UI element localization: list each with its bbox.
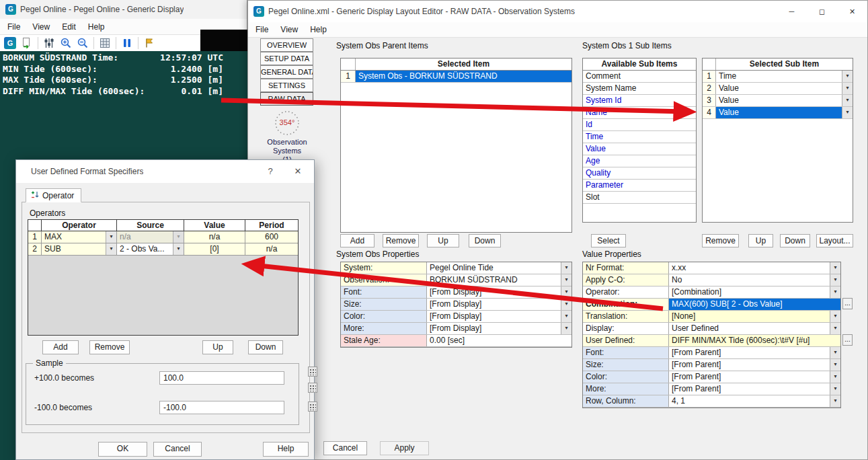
sub-item-dropdown[interactable]: Value ▾ (716, 95, 853, 106)
list-item[interactable]: System Id (583, 95, 696, 107)
chevron-down-icon[interactable]: ▾ (106, 231, 116, 243)
nav-button-general-data[interactable]: GENERAL DATA (260, 65, 313, 79)
cancel-button[interactable]: Cancel (153, 442, 202, 457)
close-icon[interactable]: ✕ (287, 160, 309, 183)
property-dropdown[interactable]: [From Parent]▾ (669, 371, 840, 383)
editor-titlebar[interactable]: G Pegel Online.xml - Generic Display Lay… (248, 1, 867, 22)
zoom-in-icon[interactable] (60, 37, 72, 49)
value-cell[interactable]: [0] (184, 243, 245, 255)
combination-ellipsis-button[interactable]: ... (842, 298, 853, 309)
table-row[interactable]: 4 Value ▾ (703, 107, 853, 119)
menu-view[interactable]: View (274, 22, 304, 37)
property-dropdown[interactable]: [From Display]▾ (427, 286, 571, 298)
chevron-down-icon[interactable]: ▾ (561, 262, 571, 274)
list-item[interactable]: System Name (583, 83, 696, 95)
property-dropdown[interactable]: [None]▾ (669, 311, 840, 322)
property-dropdown[interactable]: [Combination]▾ (669, 286, 840, 298)
select-button[interactable]: Select (591, 234, 626, 247)
splitter-handle[interactable] (308, 401, 317, 412)
nav-button-raw-data[interactable]: RAW DATA (260, 92, 313, 106)
value-cell[interactable]: n/a (184, 231, 245, 243)
sample-positive-input[interactable]: 100.0 (159, 371, 284, 385)
remove-button[interactable]: Remove (702, 234, 739, 247)
property-dropdown[interactable]: [From Parent]▾ (669, 383, 840, 395)
list-item[interactable]: Age (583, 155, 696, 167)
menu-edit[interactable]: Edit (56, 20, 82, 34)
chevron-down-icon[interactable]: ▾ (830, 395, 840, 407)
chevron-down-icon[interactable]: ▾ (830, 347, 840, 358)
property-dropdown[interactable]: No▾ (669, 274, 840, 286)
menu-help[interactable]: Help (82, 20, 111, 34)
operator-row[interactable]: 1 MAX▾ n/a▾ n/a 600 (28, 231, 298, 243)
list-item[interactable]: Value (583, 143, 696, 155)
ok-button[interactable]: OK (98, 442, 147, 457)
nav-button-overview[interactable]: OVERVIEW (260, 38, 313, 52)
up-button[interactable]: Up (748, 234, 773, 247)
chevron-down-icon[interactable]: ▾ (106, 243, 116, 255)
list-item[interactable]: Quality (583, 167, 696, 180)
menu-help[interactable]: Help (304, 22, 333, 37)
list-item[interactable]: Parameter (583, 180, 696, 192)
list-item[interactable]: Id (583, 119, 696, 131)
help-icon[interactable]: ? (260, 160, 281, 183)
close-icon[interactable]: ✕ (837, 1, 867, 22)
up-button[interactable]: Up (427, 234, 459, 247)
chevron-down-icon[interactable]: ▾ (561, 274, 571, 286)
chevron-down-icon[interactable]: ▾ (830, 286, 840, 298)
user-defined-ellipsis-button[interactable]: ... (842, 334, 853, 346)
splitter-handle[interactable] (308, 367, 317, 377)
sub-item-dropdown[interactable]: Time ▾ (716, 71, 853, 82)
list-item[interactable]: Comment (583, 71, 696, 83)
property-dropdown[interactable]: [From Display]▾ (427, 299, 571, 310)
combination-field[interactable]: MAX(600) SUB[ 2 - Obs Value] (669, 299, 840, 310)
maximize-icon[interactable]: ◻ (807, 1, 837, 22)
property-dropdown[interactable]: User Defined▾ (669, 323, 840, 334)
menu-view[interactable]: View (26, 20, 56, 34)
table-row[interactable]: 3 Value ▾ (703, 95, 853, 107)
sample-negative-input[interactable]: -100.0 (159, 401, 284, 414)
chevron-down-icon[interactable]: ▾ (842, 83, 853, 94)
chevron-down-icon[interactable]: ▾ (561, 299, 571, 310)
operator-dropdown[interactable]: MAX▾ (42, 231, 117, 243)
export-report-icon[interactable] (21, 37, 33, 49)
operator-dropdown[interactable]: SUB▾ (42, 243, 117, 255)
list-item[interactable]: Name (583, 107, 696, 119)
down-button[interactable]: Down (248, 340, 283, 354)
property-field[interactable]: 0.00 [sec] (427, 335, 571, 346)
chevron-down-icon[interactable]: ▾ (830, 371, 840, 383)
table-row[interactable]: 2 Value ▾ (703, 83, 853, 95)
list-item[interactable]: Slot (583, 192, 696, 204)
remove-button[interactable]: Remove (89, 340, 130, 354)
menu-file[interactable]: File (1, 20, 26, 34)
pause-icon[interactable] (121, 37, 133, 49)
tag-icon[interactable] (143, 37, 155, 49)
nav-button-settings[interactable]: SETTINGS (260, 79, 313, 92)
operator-row[interactable]: 2 SUB▾ 2 - Obs Va...▾ [0] n/a (28, 243, 298, 256)
property-dropdown[interactable]: x.xx▾ (669, 262, 840, 274)
chevron-down-icon[interactable]: ▾ (561, 311, 571, 322)
main-window-titlebar[interactable]: G Pegel Online - Pegel Online - Generic … (0, 0, 247, 19)
apply-button[interactable]: Apply (380, 441, 429, 455)
zoom-out-icon[interactable] (77, 37, 89, 49)
property-dropdown[interactable]: [From Parent]▾ (669, 359, 840, 371)
period-cell[interactable]: n/a (245, 243, 298, 255)
help-button[interactable]: Help (263, 442, 309, 457)
property-dropdown[interactable]: [From Display]▾ (427, 311, 571, 322)
property-dropdown[interactable]: Pegel Online Tide▾ (427, 262, 571, 274)
tab-operator[interactable]: Operator (26, 188, 81, 202)
nav-button-setup-data[interactable]: SETUP DATA (260, 52, 313, 65)
source-dropdown[interactable]: 2 - Obs Va...▾ (117, 243, 184, 255)
period-cell[interactable]: 600 (245, 231, 298, 243)
sub-item-dropdown[interactable]: Value ▾ (716, 107, 853, 118)
property-dropdown[interactable]: [From Display]▾ (427, 323, 571, 334)
chevron-down-icon[interactable]: ▾ (830, 262, 840, 274)
list-item[interactable]: Time (583, 131, 696, 143)
observation-systems-widget[interactable]: 354° Observation Systems (1) (255, 108, 319, 164)
add-button[interactable]: Add (42, 340, 79, 354)
up-button[interactable]: Up (202, 340, 233, 354)
chevron-down-icon[interactable]: ▾ (842, 71, 853, 82)
sub-item-dropdown[interactable]: Value ▾ (716, 83, 853, 94)
down-button[interactable]: Down (780, 234, 810, 247)
table-row[interactable]: 1 System Obs - BORKUM SÜDSTRAND (341, 71, 571, 83)
down-button[interactable]: Down (469, 234, 501, 247)
